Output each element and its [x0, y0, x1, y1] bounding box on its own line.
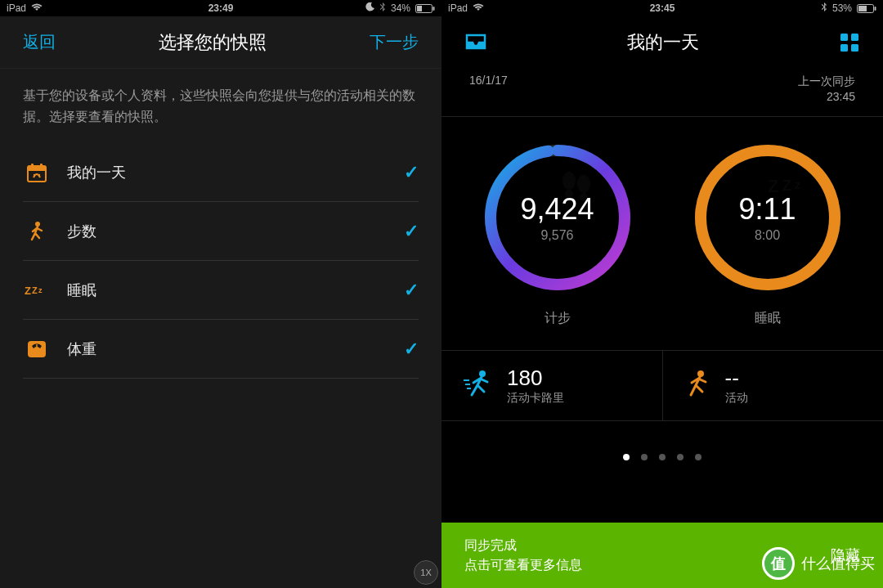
- calories-stat[interactable]: 180 活动卡路里: [441, 351, 662, 420]
- last-sync-time: 23:45: [798, 89, 855, 105]
- watermark: 值 什么值得买: [762, 547, 875, 580]
- screen2-title: 我的一天: [627, 30, 699, 55]
- svg-rect-20: [840, 44, 848, 52]
- watermark-text: 什么值得买: [801, 554, 875, 573]
- inbox-icon[interactable]: [464, 33, 487, 52]
- watermark-icon: 值: [762, 547, 795, 580]
- steps-value: 9,424: [520, 192, 594, 227]
- screen2-header: 我的一天: [441, 16, 883, 69]
- list-item-label: 体重: [67, 339, 388, 359]
- list-item-sleep[interactable]: ZZz 睡眠 ✓: [23, 261, 419, 320]
- steps-label: 计步: [545, 310, 571, 327]
- check-icon: ✓: [404, 339, 419, 360]
- check-icon: ✓: [404, 280, 419, 301]
- svg-text:Z: Z: [32, 285, 38, 295]
- page-dot[interactable]: [677, 454, 684, 460]
- walk-icon: [23, 220, 51, 243]
- steps-dial[interactable]: 9,424 9,576 计步: [459, 140, 655, 327]
- svg-rect-4: [28, 166, 46, 171]
- page-dots[interactable]: [441, 421, 883, 477]
- date-label: 16/1/17: [469, 74, 508, 105]
- activity-label: 活动: [725, 391, 748, 406]
- status-bar-right: iPad 23:45 53%: [441, 0, 883, 16]
- list-item-steps[interactable]: 步数 ✓: [23, 202, 419, 261]
- svg-point-8: [38, 173, 40, 175]
- next-button[interactable]: 下一步: [370, 31, 419, 53]
- svg-point-7: [34, 173, 35, 175]
- snapshot-list: 我的一天 ✓ 步数 ✓ ZZz 睡眠 ✓ 体重 ✓: [0, 143, 441, 588]
- list-item-label: 步数: [67, 222, 388, 241]
- svg-rect-13: [28, 341, 46, 357]
- svg-rect-18: [840, 34, 848, 41]
- screen1-header: 返回 选择您的快照 下一步: [0, 16, 441, 69]
- svg-rect-5: [31, 164, 34, 168]
- screen1-title: 选择您的快照: [159, 30, 267, 55]
- sleep-dial[interactable]: ZZz 9:11 8:00 睡眠: [670, 140, 865, 327]
- sleep-icon: ZZz: [23, 282, 51, 298]
- page-dot[interactable]: [623, 454, 630, 460]
- status-time: 23:45: [441, 2, 883, 14]
- running-icon-orange: [683, 367, 712, 403]
- svg-rect-21: [851, 44, 858, 52]
- grid-icon[interactable]: [839, 32, 860, 53]
- scale-icon: [23, 338, 51, 361]
- calories-label: 活动卡路里: [507, 391, 564, 406]
- list-item-myday[interactable]: 我的一天 ✓: [23, 143, 419, 202]
- activity-value: --: [725, 366, 748, 391]
- list-item-weight[interactable]: 体重 ✓: [23, 320, 419, 379]
- svg-text:z: z: [38, 286, 43, 294]
- activity-stat[interactable]: -- 活动: [662, 351, 884, 420]
- last-sync-label: 上一次同步: [798, 74, 855, 89]
- running-icon-blue: [461, 367, 494, 403]
- date-sync-line: 16/1/17 上一次同步 23:45: [441, 69, 883, 117]
- sync-sub: 点击可查看更多信息: [464, 555, 582, 575]
- svg-point-33: [479, 370, 486, 377]
- status-time: 23:49: [0, 2, 441, 14]
- sleep-goal: 8:00: [755, 228, 780, 243]
- sync-title: 同步完成: [464, 536, 582, 555]
- sleep-value: 9:11: [738, 192, 796, 227]
- screen1-description: 基于您的设备或个人资料，这些快照会向您提供与您的活动相关的数据。选择要查看的快照…: [0, 69, 441, 143]
- svg-rect-19: [851, 34, 858, 41]
- calendar-icon: [23, 161, 51, 184]
- steps-goal: 9,576: [540, 228, 573, 243]
- svg-text:Z: Z: [25, 285, 31, 297]
- page-dot[interactable]: [695, 454, 701, 460]
- check-icon: ✓: [404, 221, 419, 242]
- page-dot[interactable]: [659, 454, 666, 460]
- calories-value: 180: [507, 366, 564, 391]
- check-icon: ✓: [404, 162, 419, 183]
- page-dot[interactable]: [641, 454, 648, 460]
- status-bar-left: iPad 23:49 34%: [0, 0, 441, 16]
- list-item-label: 睡眠: [67, 281, 388, 300]
- sleep-label: 睡眠: [755, 310, 781, 327]
- back-button[interactable]: 返回: [23, 31, 56, 53]
- svg-rect-6: [40, 164, 43, 168]
- svg-point-37: [697, 370, 704, 377]
- zoom-badge: 1X: [414, 560, 438, 585]
- list-item-label: 我的一天: [67, 163, 388, 182]
